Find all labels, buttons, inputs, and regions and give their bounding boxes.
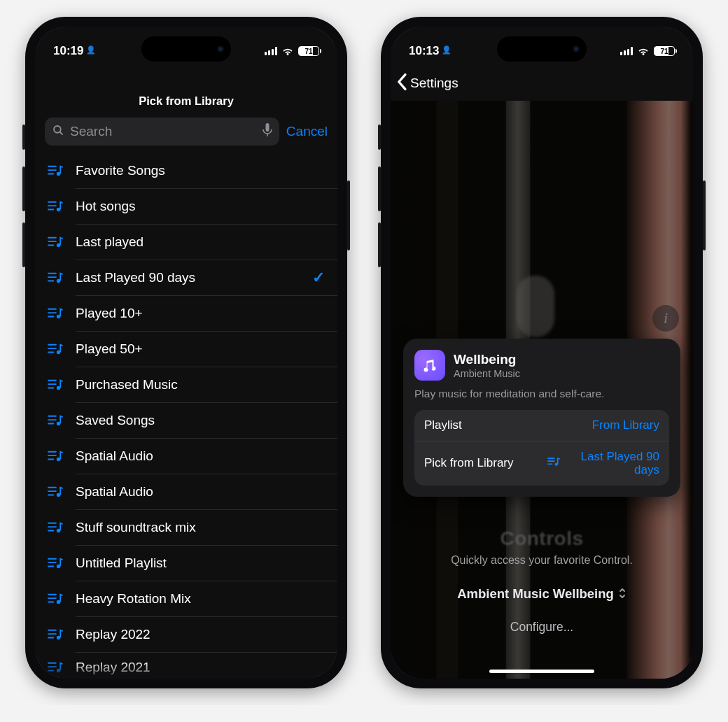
dictation-icon[interactable] <box>262 123 272 141</box>
playlist-row[interactable]: Untitled Playlist <box>35 545 337 581</box>
card-subtitle: Ambient Music <box>454 368 520 379</box>
search-icon <box>52 124 64 140</box>
playlist-row[interactable]: Stuff soundtrack mix <box>35 509 337 545</box>
playlist-name: Untitled Playlist <box>76 555 167 571</box>
search-input[interactable]: Search <box>45 118 279 146</box>
playlist-row[interactable]: Heavy Rotation Mix <box>35 581 337 616</box>
playlist-icon <box>547 456 560 471</box>
checkmark-icon: ✓ <box>312 269 325 287</box>
dynamic-island <box>141 36 231 62</box>
playlist-name: Purchased Music <box>76 377 178 392</box>
wifi-icon <box>637 47 650 56</box>
playlist-name: Heavy Rotation Mix <box>76 591 191 607</box>
playlist-icon <box>48 271 63 284</box>
playlist-name: Spatial Audio <box>76 448 153 464</box>
playlist-icon <box>48 521 63 534</box>
screen-right: 10:13 👤 71 Settings i <box>391 27 693 679</box>
wellbeing-app-icon <box>414 350 445 381</box>
playlist-row[interactable]: Spatial Audio <box>35 474 337 509</box>
cancel-button[interactable]: Cancel <box>286 124 328 139</box>
playlist-icon <box>48 378 63 391</box>
power-button <box>703 180 706 250</box>
playlist-name: Replay 2021 <box>76 660 150 675</box>
screen-left: 10:19 👤 71 Pick from Library Search <box>35 27 337 679</box>
playlist-list[interactable]: Favorite SongsHot songsLast playedLast P… <box>35 153 337 679</box>
phone-right: 10:13 👤 71 Settings i <box>381 17 703 688</box>
dynamic-island <box>497 36 587 62</box>
pick-from-library-row[interactable]: Pick from Library Last Played 90 days <box>414 441 669 486</box>
card-description: Play music for meditation and self-care. <box>414 388 669 400</box>
volume-up-button <box>378 167 381 211</box>
playlist-icon <box>48 343 63 355</box>
playlist-icon <box>48 236 63 248</box>
playlist-name: Played 50+ <box>76 341 143 357</box>
phone-left: 10:19 👤 71 Pick from Library Search <box>25 17 347 688</box>
side-switch <box>22 125 25 150</box>
status-time: 10:13 <box>409 44 439 58</box>
playlist-row[interactable]: Favorite Songs <box>35 153 337 188</box>
playlist-icon <box>48 307 63 320</box>
playlist-icon <box>48 628 63 641</box>
playlist-setting-row[interactable]: Playlist From Library <box>414 410 669 441</box>
playlist-row[interactable]: Last Played 90 days✓ <box>35 260 337 295</box>
playlist-icon <box>48 593 63 605</box>
playlist-name: Spatial Audio <box>76 484 153 500</box>
playlist-icon <box>48 450 63 462</box>
home-indicator[interactable] <box>489 670 594 673</box>
search-placeholder: Search <box>70 124 112 139</box>
status-time: 10:19 <box>53 44 83 58</box>
playlist-icon <box>48 661 63 674</box>
row-label: Pick from Library <box>424 456 542 470</box>
sheet-title: Pick from Library <box>35 69 337 118</box>
configure-button[interactable]: Configure... <box>391 620 693 635</box>
card-title: Wellbeing <box>454 352 520 367</box>
background-controls-info: Controls Quickly access your favorite Co… <box>391 528 693 635</box>
background-preview: i Wellbeing Ambient Music Play music for… <box>391 101 693 679</box>
power-button <box>347 180 350 250</box>
playlist-row[interactable]: Hot songs <box>35 188 337 224</box>
volume-down-button <box>378 222 381 267</box>
playlist-name: Replay 2022 <box>76 627 150 642</box>
playlist-name: Saved Songs <box>76 413 155 428</box>
up-down-icon <box>618 587 626 602</box>
row-value: From Library <box>592 418 659 432</box>
control-picker[interactable]: Ambient Music Wellbeing <box>457 586 626 602</box>
svg-line-1 <box>59 132 62 134</box>
battery-icon: 71 <box>298 46 319 56</box>
playlist-row[interactable]: Spatial Audio <box>35 438 337 474</box>
row-value: Last Played 90 days <box>568 450 659 477</box>
row-label: Playlist <box>424 418 587 432</box>
playlist-icon <box>48 164 63 177</box>
playlist-row[interactable]: Last played <box>35 224 337 260</box>
playlist-row[interactable]: Purchased Music <box>35 367 337 402</box>
controls-heading: Controls <box>391 528 693 550</box>
battery-icon: 71 <box>654 46 675 56</box>
playlist-icon <box>48 414 63 427</box>
back-button[interactable] <box>396 73 409 94</box>
playlist-row[interactable]: Played 10+ <box>35 295 337 331</box>
playlist-name: Last Played 90 days <box>76 270 195 285</box>
playlist-name: Hot songs <box>76 199 136 214</box>
playlist-row[interactable]: Saved Songs <box>35 402 337 438</box>
playlist-row[interactable]: Replay 2022 <box>35 616 337 652</box>
focus-icon: 👤 <box>86 45 96 55</box>
cellular-icon <box>265 47 277 55</box>
control-config-card: Wellbeing Ambient Music Play music for m… <box>403 339 680 497</box>
playlist-name: Played 10+ <box>76 306 143 321</box>
back-label[interactable]: Settings <box>410 76 458 91</box>
svg-rect-2 <box>265 123 269 132</box>
controls-subtitle: Quickly access your favorite Control. <box>391 554 693 567</box>
playlist-name: Last played <box>76 234 144 250</box>
playlist-row[interactable]: Replay 2021 <box>35 652 337 679</box>
cellular-icon <box>620 47 633 55</box>
nav-bar: Settings <box>391 66 693 101</box>
playlist-icon <box>48 200 63 213</box>
volume-down-button <box>22 222 25 267</box>
wifi-icon <box>281 47 294 56</box>
volume-up-button <box>22 167 25 211</box>
playlist-name: Stuff soundtrack mix <box>76 520 196 535</box>
playlist-icon <box>48 557 63 569</box>
playlist-row[interactable]: Played 50+ <box>35 331 337 367</box>
focus-icon: 👤 <box>442 45 451 55</box>
playlist-icon <box>48 486 63 498</box>
